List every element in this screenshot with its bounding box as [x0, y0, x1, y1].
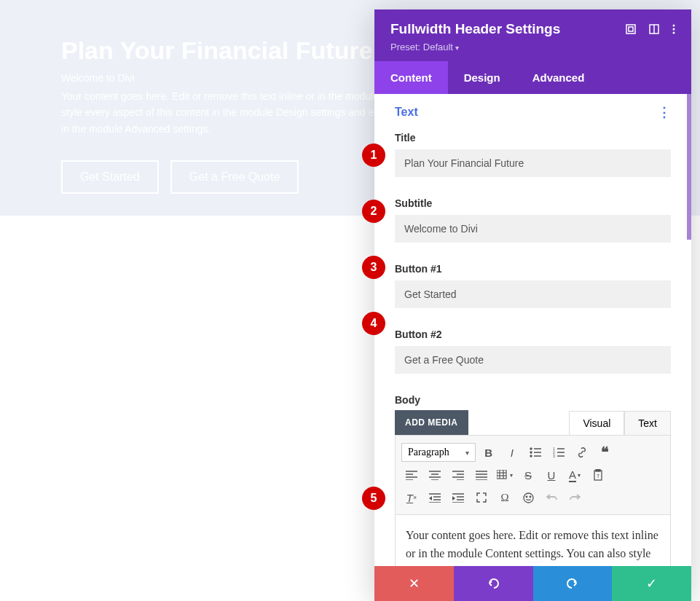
format-select[interactable]: Paragraph [401, 443, 476, 462]
tab-design[interactable]: Design [448, 61, 516, 94]
svg-text:T: T [597, 474, 600, 479]
section-heading[interactable]: Text [395, 106, 418, 119]
align-right-icon[interactable] [448, 465, 468, 485]
svg-rect-41 [596, 469, 600, 471]
editor-tab-visual[interactable]: Visual [569, 411, 624, 435]
snap-icon[interactable] [649, 24, 659, 34]
svg-point-11 [530, 455, 532, 457]
subtitle-input[interactable] [395, 215, 671, 243]
paste-icon[interactable]: T [588, 465, 608, 485]
svg-point-6 [673, 32, 675, 34]
button1-input[interactable] [395, 280, 671, 308]
tab-advanced[interactable]: Advanced [516, 61, 601, 94]
indent-icon[interactable] [448, 487, 468, 508]
button2-label: Button #2 [395, 329, 671, 340]
svg-point-53 [524, 493, 533, 503]
annotation-1: 1 [362, 144, 385, 167]
annotation-2: 2 [362, 200, 385, 223]
svg-point-5 [673, 28, 675, 31]
title-input[interactable] [395, 149, 671, 177]
svg-point-54 [526, 496, 527, 498]
svg-point-7 [530, 448, 532, 449]
align-left-icon[interactable] [401, 465, 422, 485]
annotation-3: 3 [362, 256, 385, 279]
body-label: Body [395, 394, 671, 406]
section-menu-icon[interactable]: ⋮ [658, 104, 671, 120]
quote-icon[interactable]: ❝ [595, 442, 616, 463]
link-icon[interactable] [572, 442, 592, 463]
table-icon[interactable]: ▾ [495, 465, 515, 485]
svg-rect-35 [497, 470, 506, 479]
body-editor[interactable]: Your content goes here. Edit or remove t… [395, 515, 671, 566]
svg-marker-47 [429, 496, 432, 500]
close-icon: ✕ [409, 576, 420, 592]
panel-tabs: Content Design Advanced [374, 61, 691, 94]
kebab-menu-icon[interactable] [672, 24, 675, 34]
panel-title: Fullwidth Header Settings [390, 21, 560, 37]
numbered-list-icon[interactable]: 123 [548, 442, 569, 463]
undo-icon [487, 577, 500, 590]
add-media-button[interactable]: ADD MEDIA [395, 410, 468, 435]
svg-point-55 [530, 496, 531, 498]
italic-icon[interactable]: I [502, 442, 522, 463]
bullet-list-icon[interactable] [525, 442, 546, 463]
settings-panel: Fullwidth Header Settings Preset: Defaul… [374, 9, 691, 601]
editor-tab-text[interactable]: Text [624, 411, 671, 435]
preview-button-2[interactable]: Get a Free Quote [170, 160, 299, 194]
tab-content[interactable]: Content [374, 61, 448, 94]
clear-format-icon[interactable]: T× [401, 487, 422, 508]
redo-editor-icon[interactable] [565, 487, 585, 508]
fullscreen-icon[interactable] [471, 487, 492, 508]
svg-rect-0 [626, 25, 635, 34]
svg-point-9 [530, 452, 532, 453]
outdent-icon[interactable] [425, 487, 445, 508]
editor-toolbar: Paragraph B I 123 ❝ ▾ S [395, 435, 671, 515]
button2-input[interactable] [395, 346, 671, 374]
emoji-icon[interactable] [518, 487, 538, 508]
underline-icon[interactable]: U [541, 465, 562, 485]
annotation-4: 4 [362, 312, 385, 335]
check-icon: ✓ [646, 576, 657, 592]
annotation-5: 5 [362, 487, 385, 510]
panel-body: Text ⋮ Title Subtitle Button #1 Button #… [374, 94, 691, 566]
panel-header: Fullwidth Header Settings Preset: Defaul… [374, 9, 691, 61]
strikethrough-icon[interactable]: S [518, 465, 538, 485]
preset-selector[interactable]: Preset: Default [390, 42, 675, 52]
svg-marker-52 [452, 496, 455, 500]
subtitle-label: Subtitle [395, 197, 671, 209]
special-char-icon[interactable]: Ω [495, 487, 515, 508]
redo-button[interactable] [533, 566, 613, 601]
title-label: Title [395, 132, 671, 144]
align-justify-icon[interactable] [471, 465, 492, 485]
preview-button-1[interactable]: Get Started [61, 160, 159, 194]
svg-text:3: 3 [553, 454, 555, 457]
undo-button[interactable] [454, 566, 533, 601]
expand-icon[interactable] [626, 24, 636, 34]
panel-footer: ✕ ✓ [374, 566, 691, 601]
bold-icon[interactable]: B [479, 442, 499, 463]
button1-label: Button #1 [395, 263, 671, 275]
cancel-button[interactable]: ✕ [374, 566, 454, 601]
align-center-icon[interactable] [425, 465, 445, 485]
undo-editor-icon[interactable] [541, 487, 562, 508]
svg-point-4 [673, 25, 675, 27]
redo-icon [566, 577, 579, 590]
scrollbar[interactable] [687, 94, 691, 240]
save-button[interactable]: ✓ [612, 566, 691, 601]
svg-rect-1 [629, 27, 633, 31]
text-color-icon[interactable]: A▾ [565, 465, 585, 485]
